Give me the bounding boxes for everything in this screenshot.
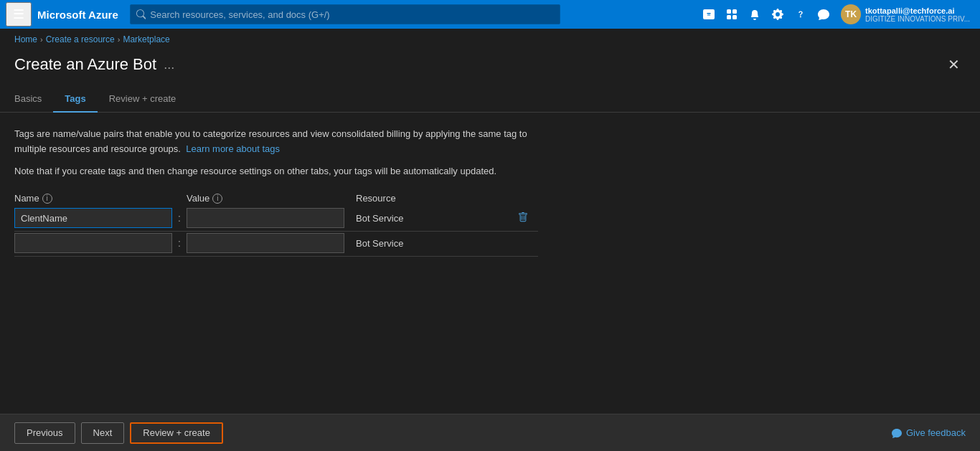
main-area: Home › Create a resource › Marketplace C… <box>0 29 980 451</box>
search-input[interactable] <box>150 9 553 20</box>
page-panel: Home › Create a resource › Marketplace C… <box>0 29 980 451</box>
description-text: Tags are name/value pairs that enable yo… <box>14 127 531 157</box>
user-profile-button[interactable]: TK tkottapalli@techforce.ai DIGITIZE INN… <box>837 3 974 26</box>
settings-button[interactable] <box>768 4 788 24</box>
tag-row-2: : Bot Service <box>14 233 538 253</box>
feedback-icon <box>892 428 902 438</box>
review-create-button[interactable]: Review + create <box>130 422 223 444</box>
close-button[interactable]: ✕ <box>942 53 966 76</box>
breadcrumb: Home › Create a resource › Marketplace <box>0 29 980 50</box>
separator-2: : <box>172 237 187 249</box>
give-feedback-button[interactable]: Give feedback <box>892 427 966 438</box>
breadcrumb-marketplace[interactable]: Marketplace <box>123 34 169 44</box>
content-body: Tags are name/value pairs that enable yo… <box>0 113 980 414</box>
top-navigation: ☰ Microsoft Azure TK tkottapalli@techfo <box>0 0 980 29</box>
feedback-label: Give feedback <box>906 427 966 438</box>
notifications-button[interactable] <box>745 4 765 24</box>
tag-resource-2: Bot Service <box>356 238 538 249</box>
user-org: DIGITIZE INNOVATIONS PRIV... <box>865 15 970 23</box>
col-value-header: Value i <box>187 193 344 204</box>
footer: Previous Next Review + create Give feedb… <box>0 414 980 451</box>
tag-name-input-2[interactable] <box>14 233 172 253</box>
previous-button[interactable]: Previous <box>14 422 75 444</box>
tag-delete-button-1[interactable] <box>514 211 532 226</box>
next-button[interactable]: Next <box>81 422 125 444</box>
breadcrumb-sep-1: › <box>40 35 43 44</box>
more-options-icon[interactable]: ... <box>164 57 174 72</box>
feedback-nav-button[interactable] <box>814 4 834 24</box>
row-divider-1 <box>14 231 538 232</box>
page-title: Create an Azure Bot <box>14 55 156 74</box>
search-icon <box>136 9 146 19</box>
cloud-shell-button[interactable] <box>699 4 719 24</box>
note-text: Note that if you create tags and then ch… <box>14 164 531 179</box>
value-info-icon[interactable]: i <box>212 194 222 204</box>
tag-resource-1: Bot Service <box>356 211 538 226</box>
tabs-bar: Basics Tags Review + create <box>0 87 980 113</box>
breadcrumb-create-resource[interactable]: Create a resource <box>46 34 115 44</box>
footer-buttons-left: Previous Next Review + create <box>14 422 223 444</box>
breadcrumb-home[interactable]: Home <box>14 34 37 44</box>
avatar: TK <box>841 4 861 24</box>
azure-logo: Microsoft Azure <box>37 9 118 21</box>
user-name: tkottapalli@techforce.ai <box>865 6 970 15</box>
nav-icon-group: TK tkottapalli@techforce.ai DIGITIZE INN… <box>699 3 974 26</box>
tag-value-input-1[interactable] <box>187 208 344 228</box>
user-info: tkottapalli@techforce.ai DIGITIZE INNOVA… <box>865 6 970 23</box>
tags-header-row: Name i Value i Resource <box>14 193 538 204</box>
hamburger-menu-button[interactable]: ☰ <box>6 2 32 27</box>
col-name-header: Name i <box>14 193 172 204</box>
tag-row-1: : Bot Service <box>14 208 538 228</box>
tab-tags[interactable]: Tags <box>53 87 97 113</box>
tab-review-create[interactable]: Review + create <box>98 87 188 113</box>
separator-1: : <box>172 212 187 224</box>
search-box[interactable] <box>130 4 560 24</box>
breadcrumb-sep-2: › <box>118 35 121 44</box>
tags-table: Name i Value i Resource : B <box>14 193 538 257</box>
page-title-row: Create an Azure Bot ... <box>14 55 174 74</box>
learn-more-link[interactable]: Learn more about tags <box>186 143 280 154</box>
row-divider-2 <box>14 256 538 257</box>
tab-basics[interactable]: Basics <box>14 87 53 113</box>
page-header: Create an Azure Bot ... ✕ <box>0 50 980 87</box>
help-button[interactable] <box>791 4 811 24</box>
tag-value-input-2[interactable] <box>187 233 344 253</box>
col-resource-header: Resource <box>356 193 538 204</box>
tag-name-input-1[interactable] <box>14 208 172 228</box>
name-info-icon[interactable]: i <box>42 194 52 204</box>
directory-button[interactable] <box>722 4 742 24</box>
